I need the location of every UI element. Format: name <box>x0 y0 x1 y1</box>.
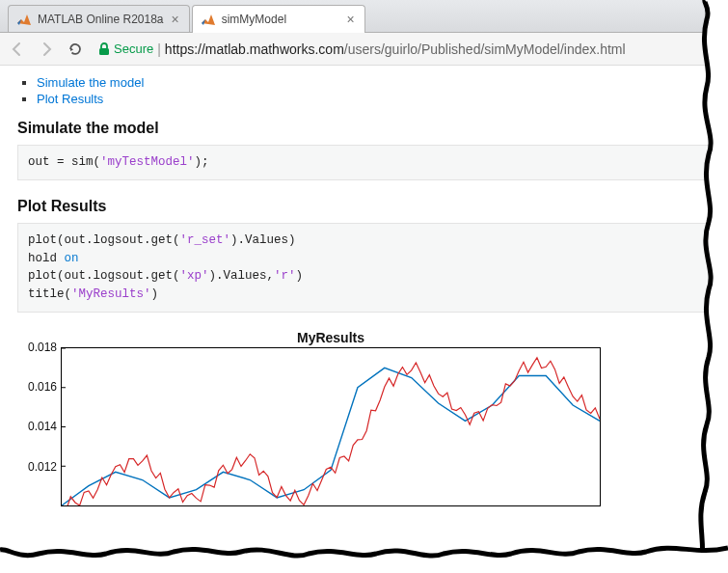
page-content: Simulate the model Plot Results Simulate… <box>0 66 728 506</box>
toc-item: Plot Results <box>37 92 711 106</box>
code-block-plot: plot(out.logsout.get('r_set').Values) ho… <box>17 223 711 313</box>
torn-edge-bottom <box>0 538 728 573</box>
svg-marker-4 <box>70 47 73 51</box>
browser-tab-simmymodel[interactable]: simMyModel × <box>192 5 365 33</box>
toc-link-plot[interactable]: Plot Results <box>37 92 103 106</box>
browser-tab-matlab[interactable]: MATLAB Online R2018a × <box>8 5 190 32</box>
reload-button[interactable] <box>66 40 85 59</box>
address-bar[interactable]: Secure | https://matlab.mathworks.com/us… <box>94 41 720 57</box>
chart: MyResults 0.0120.0140.0160.018 <box>61 330 601 506</box>
secure-label: Secure <box>114 41 153 56</box>
chart-plot-area <box>62 348 600 505</box>
chart-title: MyResults <box>61 330 601 345</box>
browser-tab-strip: MATLAB Online R2018a × simMyModel × <box>0 0 728 33</box>
close-icon[interactable]: × <box>345 12 357 27</box>
back-button[interactable] <box>8 40 27 59</box>
svg-rect-5 <box>99 48 109 55</box>
tab-label: MATLAB Online R2018a <box>38 13 164 26</box>
close-icon[interactable]: × <box>170 12 181 27</box>
code-block-simulate: out = sim('myTestModel'); <box>17 145 711 180</box>
toc-item: Simulate the model <box>37 75 711 90</box>
forward-button[interactable] <box>37 40 56 59</box>
browser-nav-bar: Secure | https://matlab.mathworks.com/us… <box>0 33 728 66</box>
section-heading-plot: Plot Results <box>17 198 711 215</box>
section-heading-simulate: Simulate the model <box>17 120 711 137</box>
y-axis-ticks: 0.0120.0140.0160.018 <box>13 341 57 507</box>
url-text: https://matlab.mathworks.com/users/guirl… <box>165 41 626 57</box>
lock-icon: Secure <box>98 41 153 56</box>
table-of-contents: Simulate the model Plot Results <box>37 75 711 106</box>
chart-axes <box>61 347 601 506</box>
matlab-icon <box>201 12 216 27</box>
matlab-icon <box>16 12 32 27</box>
tab-label: simMyModel <box>222 13 339 26</box>
toc-link-simulate[interactable]: Simulate the model <box>37 75 144 90</box>
